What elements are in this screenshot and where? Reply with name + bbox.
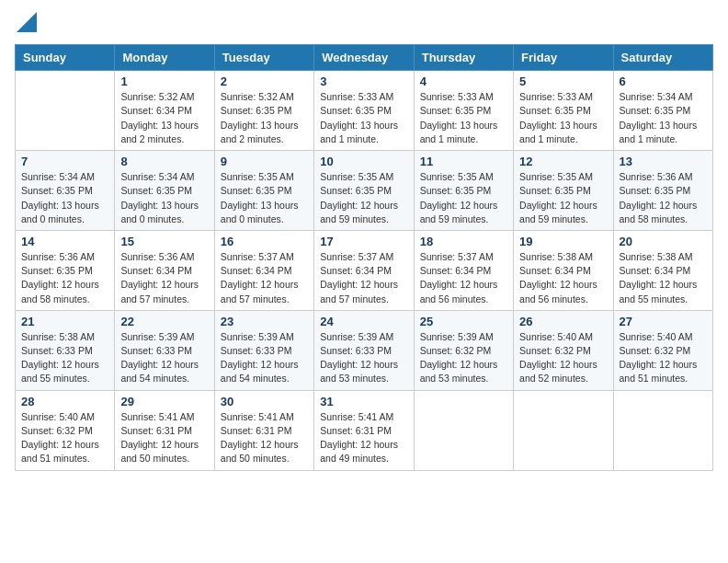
day-info: Sunrise: 5:40 AMSunset: 6:32 PMDaylight:…: [620, 330, 707, 386]
day-cell: 7Sunrise: 5:34 AMSunset: 6:35 PMDaylight…: [16, 151, 115, 231]
day-cell: [16, 71, 115, 151]
day-cell: 31Sunrise: 5:41 AMSunset: 6:31 PMDayligh…: [314, 390, 414, 470]
day-info: Sunrise: 5:39 AMSunset: 6:33 PMDaylight:…: [221, 330, 308, 386]
logo-icon: [17, 12, 37, 32]
day-number: 4: [420, 75, 507, 88]
day-info: Sunrise: 5:36 AMSunset: 6:34 PMDaylight:…: [120, 250, 208, 306]
day-cell: 4Sunrise: 5:33 AMSunset: 6:35 PMDaylight…: [414, 71, 513, 151]
weekday-saturday: Saturday: [613, 45, 712, 71]
day-number: 1: [120, 75, 208, 88]
day-info: Sunrise: 5:32 AMSunset: 6:34 PMDaylight:…: [120, 90, 208, 146]
day-info: Sunrise: 5:33 AMSunset: 6:35 PMDaylight:…: [420, 90, 507, 146]
day-number: 25: [420, 315, 507, 328]
day-cell: 22Sunrise: 5:39 AMSunset: 6:33 PMDayligh…: [115, 310, 214, 390]
day-info: Sunrise: 5:35 AMSunset: 6:35 PMDaylight:…: [420, 170, 507, 226]
week-row-1: 7Sunrise: 5:34 AMSunset: 6:35 PMDaylight…: [16, 151, 713, 231]
day-info: Sunrise: 5:35 AMSunset: 6:35 PMDaylight:…: [221, 170, 308, 226]
day-info: Sunrise: 5:40 AMSunset: 6:32 PMDaylight:…: [21, 410, 108, 466]
week-row-0: 1Sunrise: 5:32 AMSunset: 6:34 PMDaylight…: [16, 71, 713, 151]
day-info: Sunrise: 5:34 AMSunset: 6:35 PMDaylight:…: [120, 170, 208, 226]
day-info: Sunrise: 5:34 AMSunset: 6:35 PMDaylight:…: [620, 90, 707, 146]
day-cell: 6Sunrise: 5:34 AMSunset: 6:35 PMDaylight…: [613, 71, 712, 151]
weekday-header-row: SundayMondayTuesdayWednesdayThursdayFrid…: [16, 45, 713, 71]
day-info: Sunrise: 5:37 AMSunset: 6:34 PMDaylight:…: [221, 250, 308, 306]
day-cell: 5Sunrise: 5:33 AMSunset: 6:35 PMDaylight…: [514, 71, 613, 151]
day-number: 30: [221, 395, 308, 408]
day-cell: 14Sunrise: 5:36 AMSunset: 6:35 PMDayligh…: [16, 230, 115, 310]
day-cell: 8Sunrise: 5:34 AMSunset: 6:35 PMDaylight…: [115, 151, 214, 231]
day-number: 5: [519, 75, 607, 88]
day-cell: [414, 390, 513, 470]
day-cell: 23Sunrise: 5:39 AMSunset: 6:33 PMDayligh…: [214, 310, 313, 390]
day-cell: 20Sunrise: 5:38 AMSunset: 6:34 PMDayligh…: [613, 230, 712, 310]
day-info: Sunrise: 5:37 AMSunset: 6:34 PMDaylight:…: [320, 250, 407, 306]
day-cell: 3Sunrise: 5:33 AMSunset: 6:35 PMDaylight…: [314, 71, 414, 151]
day-cell: 2Sunrise: 5:32 AMSunset: 6:35 PMDaylight…: [214, 71, 313, 151]
day-info: Sunrise: 5:37 AMSunset: 6:34 PMDaylight:…: [420, 250, 507, 306]
day-cell: [613, 390, 712, 470]
day-cell: 9Sunrise: 5:35 AMSunset: 6:35 PMDaylight…: [214, 151, 313, 231]
week-row-2: 14Sunrise: 5:36 AMSunset: 6:35 PMDayligh…: [16, 230, 713, 310]
weekday-wednesday: Wednesday: [314, 45, 414, 71]
day-info: Sunrise: 5:33 AMSunset: 6:35 PMDaylight:…: [320, 90, 407, 146]
day-number: 15: [120, 235, 208, 248]
logo: [15, 15, 37, 37]
weekday-monday: Monday: [115, 45, 214, 71]
day-info: Sunrise: 5:39 AMSunset: 6:33 PMDaylight:…: [320, 330, 407, 386]
day-info: Sunrise: 5:41 AMSunset: 6:31 PMDaylight:…: [320, 410, 407, 466]
weekday-tuesday: Tuesday: [214, 45, 313, 71]
day-number: 21: [21, 315, 108, 328]
day-number: 6: [620, 75, 707, 88]
day-cell: 15Sunrise: 5:36 AMSunset: 6:34 PMDayligh…: [115, 230, 214, 310]
day-info: Sunrise: 5:38 AMSunset: 6:34 PMDaylight:…: [519, 250, 607, 306]
svg-marker-0: [17, 12, 37, 32]
day-cell: 1Sunrise: 5:32 AMSunset: 6:34 PMDaylight…: [115, 71, 214, 151]
day-cell: 18Sunrise: 5:37 AMSunset: 6:34 PMDayligh…: [414, 230, 513, 310]
day-cell: [514, 390, 613, 470]
day-cell: 16Sunrise: 5:37 AMSunset: 6:34 PMDayligh…: [214, 230, 313, 310]
day-info: Sunrise: 5:35 AMSunset: 6:35 PMDaylight:…: [320, 170, 407, 226]
day-number: 24: [320, 315, 407, 328]
day-number: 18: [420, 235, 507, 248]
weekday-thursday: Thursday: [414, 45, 513, 71]
day-info: Sunrise: 5:39 AMSunset: 6:32 PMDaylight:…: [420, 330, 507, 386]
page-header: [15, 15, 713, 37]
day-info: Sunrise: 5:41 AMSunset: 6:31 PMDaylight:…: [221, 410, 308, 466]
day-number: 22: [120, 315, 208, 328]
day-info: Sunrise: 5:38 AMSunset: 6:34 PMDaylight:…: [620, 250, 707, 306]
day-cell: 28Sunrise: 5:40 AMSunset: 6:32 PMDayligh…: [16, 390, 115, 470]
day-cell: 27Sunrise: 5:40 AMSunset: 6:32 PMDayligh…: [613, 310, 712, 390]
calendar-body: 1Sunrise: 5:32 AMSunset: 6:34 PMDaylight…: [16, 71, 713, 470]
day-cell: 17Sunrise: 5:37 AMSunset: 6:34 PMDayligh…: [314, 230, 414, 310]
day-info: Sunrise: 5:39 AMSunset: 6:33 PMDaylight:…: [120, 330, 208, 386]
weekday-sunday: Sunday: [16, 45, 115, 71]
day-cell: 10Sunrise: 5:35 AMSunset: 6:35 PMDayligh…: [314, 151, 414, 231]
day-info: Sunrise: 5:38 AMSunset: 6:33 PMDaylight:…: [21, 330, 108, 386]
day-cell: 13Sunrise: 5:36 AMSunset: 6:35 PMDayligh…: [613, 151, 712, 231]
day-number: 10: [320, 155, 407, 168]
day-number: 28: [21, 395, 108, 408]
day-number: 17: [320, 235, 407, 248]
day-number: 14: [21, 235, 108, 248]
day-cell: 11Sunrise: 5:35 AMSunset: 6:35 PMDayligh…: [414, 151, 513, 231]
day-info: Sunrise: 5:36 AMSunset: 6:35 PMDaylight:…: [21, 250, 108, 306]
day-number: 9: [221, 155, 308, 168]
day-number: 7: [21, 155, 108, 168]
day-info: Sunrise: 5:34 AMSunset: 6:35 PMDaylight:…: [21, 170, 108, 226]
day-cell: 24Sunrise: 5:39 AMSunset: 6:33 PMDayligh…: [314, 310, 414, 390]
day-number: 29: [120, 395, 208, 408]
day-info: Sunrise: 5:40 AMSunset: 6:32 PMDaylight:…: [519, 330, 607, 386]
day-cell: 26Sunrise: 5:40 AMSunset: 6:32 PMDayligh…: [514, 310, 613, 390]
day-number: 20: [620, 235, 707, 248]
day-info: Sunrise: 5:33 AMSunset: 6:35 PMDaylight:…: [519, 90, 607, 146]
day-cell: 25Sunrise: 5:39 AMSunset: 6:32 PMDayligh…: [414, 310, 513, 390]
day-info: Sunrise: 5:36 AMSunset: 6:35 PMDaylight:…: [620, 170, 707, 226]
day-number: 13: [620, 155, 707, 168]
day-number: 2: [221, 75, 308, 88]
day-info: Sunrise: 5:41 AMSunset: 6:31 PMDaylight:…: [120, 410, 208, 466]
day-number: 12: [519, 155, 607, 168]
day-number: 16: [221, 235, 308, 248]
day-number: 31: [320, 395, 407, 408]
week-row-4: 28Sunrise: 5:40 AMSunset: 6:32 PMDayligh…: [16, 390, 713, 470]
day-number: 27: [620, 315, 707, 328]
